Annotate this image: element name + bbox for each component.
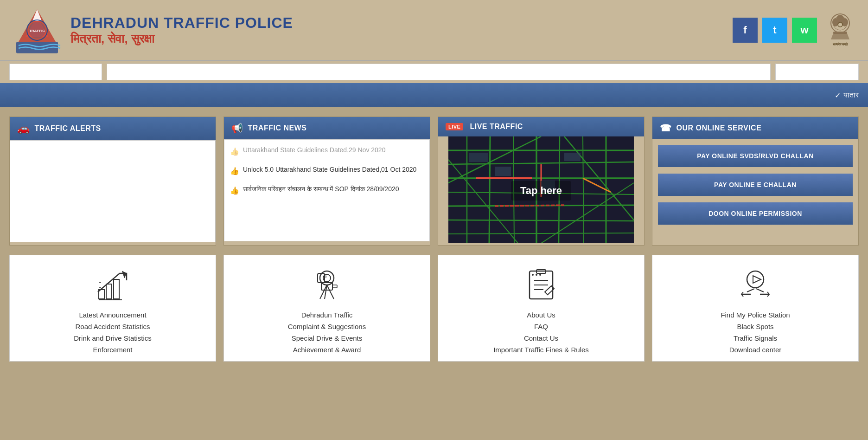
card-dehradun-links: Dehradun Traffic Complaint & Suggestions… [288, 311, 366, 354]
megaphone-icon: 📢 [231, 123, 243, 134]
svg-point-63 [532, 274, 534, 276]
link-complaint[interactable]: Complaint & Suggestions [288, 323, 366, 330]
card-announcements: Latest Announcement Road Accident Statis… [9, 255, 216, 362]
link-enforcement[interactable]: Enforcement [93, 346, 132, 354]
twitter-button[interactable]: t [762, 18, 787, 43]
news-item-2[interactable]: 👍 Unlock 5.0 Uttarakhand State Guideline… [230, 165, 424, 177]
svg-point-13 [838, 22, 842, 27]
card-announcements-links: Latest Announcement Road Accident Statis… [74, 311, 152, 354]
traffic-news-panel: 📢 TRAFFIC NEWS 👍 Uttarakhand State Guide… [223, 116, 430, 246]
online-service-header: ☎ OUR ONLINE SERVICE [652, 117, 858, 139]
thumbs-up-icon-2: 👍 [230, 166, 239, 177]
nav-label: यातार [843, 91, 859, 99]
traffic-news-content: 👍 Uttarakhand State Guidelines Dated,29 … [224, 139, 430, 241]
news-item-3[interactable]: 👍 सार्वजनिक परिवहन संचालन के सम्बन्ध में… [230, 184, 424, 196]
online-service-title: OUR ONLINE SERVICE [677, 124, 762, 132]
link-achievement[interactable]: Achievement & Award [293, 346, 361, 354]
search-right[interactable] [775, 64, 859, 80]
svg-point-64 [536, 274, 537, 276]
doon-permission-button[interactable]: DOON ONLINE PERMISSION [657, 201, 854, 226]
svg-text:TRAFFIC: TRAFFIC [29, 29, 45, 33]
nav-yatar[interactable]: ✓ यातार [835, 91, 859, 100]
news-item-1[interactable]: 👍 Uttarakhand State Guidelines Dated,29 … [230, 145, 424, 157]
social-icons-area: f t w सत्यमेव जयते [733, 9, 859, 51]
panels-row: 🚗 TRAFFIC ALERTS 📢 TRAFFIC NEWS 👍 Uttara… [9, 116, 859, 246]
svg-line-24 [489, 136, 490, 243]
check-icon: ✓ [835, 91, 841, 100]
traffic-alerts-panel: 🚗 TRAFFIC ALERTS [9, 116, 216, 246]
svg-rect-41 [564, 153, 581, 161]
site-subtitle: मित्रता, सेवा, सुरक्षा [70, 32, 293, 46]
search-main[interactable] [107, 64, 771, 80]
svg-rect-40 [541, 181, 555, 192]
live-traffic-title: LIVE TRAFFIC [470, 123, 523, 131]
traffic-alerts-content [10, 140, 216, 242]
pay-svds-button[interactable]: PAY ONLINE SVDS/RLVD CHALLAN [657, 144, 854, 168]
search-area [0, 61, 868, 83]
svg-rect-44 [114, 279, 119, 299]
main-content: 🚗 TRAFFIC ALERTS 📢 TRAFFIC NEWS 👍 Uttara… [0, 107, 868, 371]
news-text-2: Unlock 5.0 Uttarakhand State Guidelines … [243, 165, 416, 175]
svg-rect-56 [332, 285, 337, 288]
svg-point-65 [539, 274, 541, 276]
facebook-button[interactable]: f [733, 18, 758, 43]
svg-rect-43 [106, 284, 112, 299]
traffic-news-body-wrapper: 👍 Uttarakhand State Guidelines Dated,29 … [224, 139, 430, 241]
svg-line-69 [756, 289, 764, 292]
whatsapp-button[interactable]: w [792, 18, 817, 43]
page-header: TRAFFIC DEHRADUN TRAFFIC POLICE मित्रता,… [0, 0, 868, 61]
link-traffic-signals[interactable]: Traffic Signals [734, 334, 777, 342]
news-text-3: सार्वजनिक परिवहन संचालन के सम्बन्ध में S… [243, 184, 399, 194]
svg-text:सत्यमेव जयते: सत्यमेव जयते [832, 42, 849, 46]
card-police-station: Find My Police Station Black Spots Traff… [652, 255, 859, 362]
logo-text: DEHRADUN TRAFFIC POLICE मित्रता, सेवा, स… [70, 14, 293, 46]
traffic-map[interactable] [438, 136, 644, 243]
link-drink-drive[interactable]: Drink and Drive Statistics [74, 334, 152, 342]
traffic-alerts-header: 🚗 TRAFFIC ALERTS [10, 117, 216, 140]
link-special-drive[interactable]: Special Drive & Events [292, 334, 363, 342]
national-emblem: सत्यमेव जयते [822, 9, 859, 51]
thumbs-up-icon-3: 👍 [230, 185, 239, 196]
card-police-links: Find My Police Station Black Spots Traff… [721, 311, 790, 354]
thumbs-up-icon-1: 👍 [230, 146, 239, 157]
card-dehradun-traffic: Dehradun Traffic Complaint & Suggestions… [223, 255, 430, 362]
link-about-us[interactable]: About Us [527, 311, 555, 319]
link-contact-us[interactable]: Contact Us [524, 334, 558, 342]
live-traffic-header: LIVE LIVE TRAFFIC [438, 117, 644, 136]
traffic-news-header: 📢 TRAFFIC NEWS [224, 117, 430, 139]
online-service-body: PAY ONLINE SVDS/RLVD CHALLAN PAY ONLINE … [652, 139, 858, 241]
svg-point-11 [836, 15, 844, 22]
car-icon: 🚗 [17, 123, 30, 135]
link-latest-announcement[interactable]: Latest Announcement [79, 311, 146, 319]
svg-marker-67 [753, 276, 761, 283]
logo-image: TRAFFIC [9, 5, 65, 56]
link-download[interactable]: Download center [729, 346, 782, 354]
link-dehradun-traffic[interactable]: Dehradun Traffic [301, 311, 353, 319]
card-about: About Us FAQ Contact Us Important Traffi… [438, 255, 645, 362]
news-text-1: Uttarakhand State Guidelines Dated,29 No… [243, 145, 385, 155]
svg-rect-38 [469, 153, 488, 162]
phone-icon: ☎ [660, 123, 672, 134]
pay-echallan-button[interactable]: PAY ONLINE E CHALLAN [657, 173, 854, 197]
link-road-accident[interactable]: Road Accident Statistics [76, 323, 150, 330]
live-traffic-body[interactable]: Tap here [438, 136, 644, 245]
nav-bar: ✓ यातार [0, 83, 868, 107]
search-left[interactable] [9, 64, 102, 80]
live-badge: LIVE [446, 123, 463, 130]
live-traffic-panel: LIVE LIVE TRAFFIC [438, 116, 645, 246]
about-icon [523, 266, 560, 304]
link-faq[interactable]: FAQ [534, 323, 548, 330]
police-station-icon [737, 266, 774, 304]
logo-area: TRAFFIC DEHRADUN TRAFFIC POLICE मित्रता,… [9, 5, 293, 56]
traffic-alerts-body [10, 140, 216, 242]
link-black-spots[interactable]: Black Spots [737, 323, 773, 330]
announcements-icon [94, 266, 131, 304]
link-traffic-fines[interactable]: Important Traffic Fines & Rules [493, 346, 589, 354]
svg-line-68 [747, 289, 754, 292]
dehradun-traffic-icon [308, 266, 345, 304]
link-find-station[interactable]: Find My Police Station [721, 311, 790, 319]
cards-row: Latest Announcement Road Accident Statis… [9, 255, 859, 362]
traffic-alerts-title: TRAFFIC ALERTS [35, 124, 101, 133]
site-title: DEHRADUN TRAFFIC POLICE [70, 14, 293, 32]
traffic-news-title: TRAFFIC NEWS [248, 124, 307, 132]
